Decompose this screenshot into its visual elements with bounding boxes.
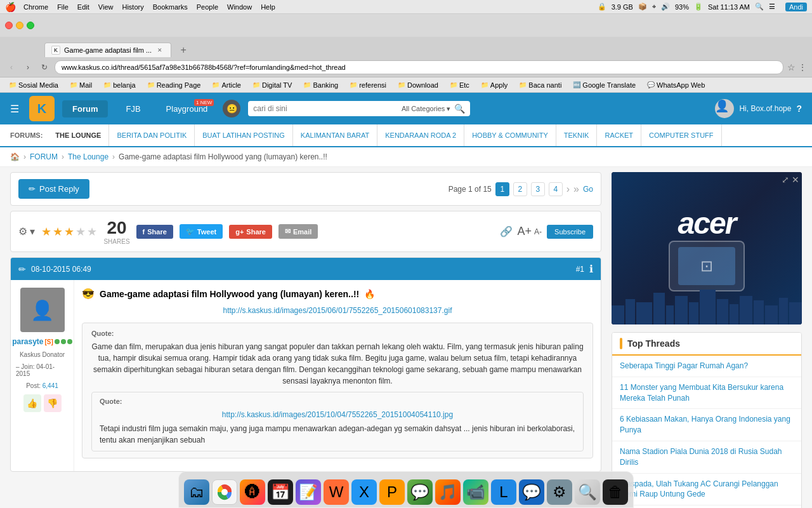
reload-button[interactable]: ↻ [38, 61, 51, 74]
dock-notes[interactable]: 📝 [296, 479, 321, 505]
dock-finder[interactable]: 🗂 [184, 479, 209, 505]
thumbup-button[interactable]: 👍 [23, 394, 41, 412]
thread-item-0[interactable]: Seberapa Tinggi Pagar Rumah Agan? [612, 356, 801, 377]
last-page-button[interactable]: » [573, 184, 579, 195]
thread-item-5[interactable]: Saat Kita Unggah Foto Makanan Mewah, Bur… [612, 505, 801, 508]
share-twitter-button[interactable]: 🐦 Tweet [180, 224, 223, 239]
search-input[interactable] [253, 104, 398, 113]
post-image-link[interactable]: http://s.kaskus.id/images/2015/06/01/755… [82, 306, 593, 315]
dock-word[interactable]: W [324, 479, 349, 505]
page-2-button[interactable]: 2 [513, 182, 527, 196]
next-page-button[interactable]: › [566, 184, 570, 195]
forum-nav-teknik[interactable]: TEKNIK [556, 124, 598, 146]
forum-nav-racket[interactable]: RACKET [597, 124, 641, 146]
forum-nav-button[interactable]: Forum [62, 100, 108, 117]
dock-trash[interactable]: 🗑 [603, 479, 628, 505]
bookmark-digital-tv[interactable]: 📁Digital TV [249, 80, 296, 90]
font-decrease-button[interactable]: A- [534, 227, 542, 236]
username-label[interactable]: parasyte [12, 337, 43, 346]
go-label[interactable]: Go [583, 185, 593, 194]
thread-item-4[interactable]: Waspada, Ulah Tukang AC Curangi Pelangga… [612, 474, 801, 506]
inner-image-link[interactable]: http://s.kaskus.id/images/2015/10/04/755… [100, 410, 575, 419]
link-icon[interactable]: 🔗 [500, 225, 513, 237]
fjb-nav-button[interactable]: FJB [115, 100, 150, 117]
new-tab-button[interactable]: + [174, 43, 193, 57]
share-googleplus-button[interactable]: g+ Share [229, 225, 272, 239]
thread-item-3[interactable]: Nama Stadion Piala Dunia 2018 di Rusia S… [612, 441, 801, 474]
bookmark-apply[interactable]: 📁Apply [477, 80, 512, 90]
dock-music[interactable]: 🎵 [435, 479, 461, 505]
browser-tab[interactable]: K Game-game adaptasi film ... ✕ [44, 43, 171, 57]
forum-nav-latihan[interactable]: BUAT LATIHAN POSTING [195, 124, 293, 146]
kaskus-logo[interactable]: K [29, 96, 55, 121]
dock-appstore[interactable]: 🅐 [240, 479, 265, 505]
dock-whatsapp[interactable]: 💬 [519, 479, 544, 505]
star-4[interactable]: ★ [75, 225, 86, 239]
menu-history[interactable]: History [122, 3, 143, 11]
dock-settings[interactable]: ⚙ [547, 479, 572, 505]
thumbdown-button[interactable]: 👎 [44, 394, 62, 412]
menu-chrome[interactable]: Chrome [23, 3, 48, 11]
ad-expand-button[interactable]: ⤢ [782, 175, 789, 185]
bookmark-referensi[interactable]: 📁referensi [346, 80, 390, 90]
menu-view[interactable]: View [98, 3, 114, 11]
menu-window[interactable]: Window [227, 3, 252, 11]
menu-file[interactable]: File [57, 3, 69, 11]
bookmark-reading-page[interactable]: 📁Reading Page [143, 80, 205, 90]
forum-nav-hobby[interactable]: HOBBY & COMMUNITY [464, 124, 556, 146]
hamburger-menu-button[interactable]: ☰ [10, 103, 19, 115]
menu-edit[interactable]: Edit [77, 3, 89, 11]
bookmark-baca-nanti[interactable]: 📁Baca nanti [515, 80, 565, 90]
dock-line[interactable]: L [491, 479, 516, 505]
maximize-window-button[interactable] [27, 22, 34, 29]
category-select[interactable]: All Categories ▾ [402, 105, 450, 113]
dock-chrome[interactable] [212, 479, 237, 505]
star-5[interactable]: ★ [87, 225, 97, 239]
page-1-button[interactable]: 1 [495, 182, 509, 196]
subscribe-button[interactable]: Subscribe [547, 225, 593, 239]
forward-button[interactable]: › [22, 61, 34, 74]
star-1[interactable]: ★ [41, 225, 51, 239]
forum-nav-computer[interactable]: COMPUTER STUFF [641, 124, 721, 146]
bookmark-mail[interactable]: 📁Mail [66, 80, 96, 90]
bookmark-sosial-media[interactable]: 📁Sosial Media [5, 80, 62, 90]
bookmark-star-icon[interactable]: ☆ [787, 62, 796, 72]
help-button[interactable]: ? [796, 104, 802, 114]
page-4-button[interactable]: 4 [549, 182, 563, 196]
gear-settings-icon[interactable]: ⚙ ▾ [18, 225, 35, 237]
forum-nav-the-lounge[interactable]: THE LOUNGE [48, 124, 109, 146]
dock-calendar[interactable]: 📅 [268, 479, 293, 505]
minimize-window-button[interactable] [16, 22, 23, 29]
browser-settings-icon[interactable]: ⋮ [798, 62, 807, 72]
star-3[interactable]: ★ [64, 225, 74, 239]
breadcrumb-home[interactable]: 🏠 [10, 152, 20, 161]
post-reply-button[interactable]: ✏ Post Reply [18, 179, 89, 199]
dock-excel[interactable]: X [351, 479, 377, 505]
dock-facetime[interactable]: 📹 [463, 479, 488, 505]
menu-help[interactable]: Help [261, 3, 275, 11]
tab-close-button[interactable]: ✕ [155, 46, 164, 55]
rating-stars[interactable]: ★ ★ ★ ★ ★ [41, 225, 97, 239]
breadcrumb-forum[interactable]: FORUM [30, 152, 58, 161]
star-2[interactable]: ★ [53, 225, 63, 239]
forum-nav-kalimantan[interactable]: KALIMANTAN BARAT [293, 124, 377, 146]
page-3-button[interactable]: 3 [531, 182, 545, 196]
breadcrumb-lounge[interactable]: The Lounge [68, 152, 108, 161]
bookmark-whatsapp-web[interactable]: 💬WhatsApp Web [643, 80, 709, 90]
back-button[interactable]: ‹ [5, 61, 18, 74]
bookmark-etc[interactable]: 📁Etc [446, 80, 473, 90]
forum-nav-kendaraan[interactable]: KENDARAAN RODA 2 [377, 124, 464, 146]
post-info-icon[interactable]: ℹ [589, 263, 593, 275]
bookmark-belanja[interactable]: 📁belanja [100, 80, 139, 90]
thread-item-1[interactable]: 11 Monster yang Membuat Kita Bersukur ka… [612, 377, 801, 410]
bookmark-banking[interactable]: 📁Banking [299, 80, 342, 90]
thread-item-2[interactable]: 6 Kebiasaan Makan, Hanya Orang Indonesia… [612, 409, 801, 441]
close-window-button[interactable] [5, 22, 13, 29]
dock-finder2[interactable]: 🔍 [575, 479, 600, 505]
emoticon-button[interactable]: 😐 [223, 100, 240, 117]
dock-messages[interactable]: 💬 [407, 479, 433, 505]
search-submit-icon[interactable]: 🔍 [454, 104, 465, 114]
user-account-name[interactable]: Andi [785, 3, 807, 11]
apple-menu[interactable]: 🍎 [5, 2, 16, 12]
bookmark-download[interactable]: 📁Download [394, 80, 442, 90]
